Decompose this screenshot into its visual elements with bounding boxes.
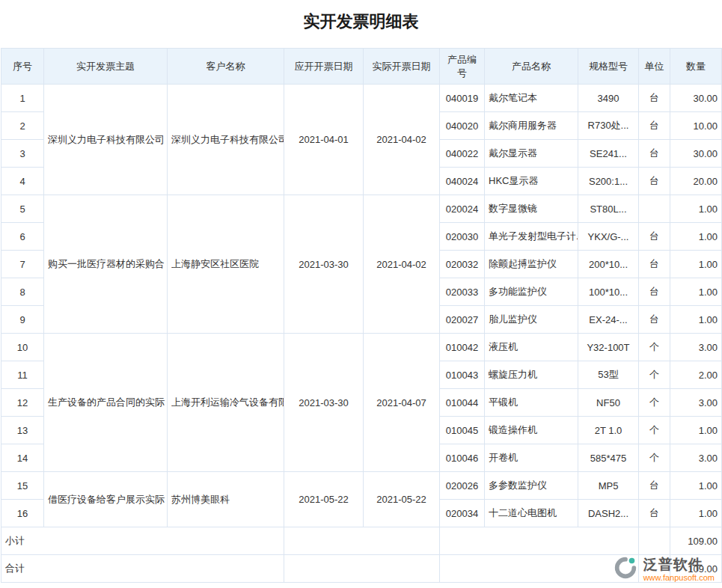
empty-cell (639, 527, 670, 555)
header-subject: 实开发票主题 (44, 49, 168, 85)
product-code-link[interactable]: 020034 (440, 500, 485, 527)
product-name-link[interactable]: 多功能监护仪 (485, 278, 578, 306)
actual-invoice-date: 2021-04-02 (364, 85, 440, 195)
product-code-link[interactable]: 040024 (440, 168, 485, 195)
product-name-link[interactable]: 戴尔笔记本 (485, 85, 578, 112)
invoice-subject-link[interactable]: 深圳义力电子科技有限公司 (44, 85, 168, 195)
actual-invoice-date: 2021-04-07 (364, 334, 440, 472)
subtotal-quantity: 109.00 (670, 527, 722, 555)
due-invoice-date: 2021-03-30 (284, 195, 364, 334)
product-name-link[interactable]: 十二道心电图机 (485, 500, 578, 527)
header-actual-date: 实际开票日期 (364, 49, 440, 85)
due-invoice-date: 2021-05-22 (284, 472, 364, 527)
product-code-link[interactable]: 040022 (440, 140, 485, 168)
customer-name-link[interactable]: 深圳义力电子科技有限公司 (168, 85, 284, 195)
unit-cell: 台 (639, 223, 670, 251)
unit-cell: 个 (639, 361, 670, 389)
row-index: 12 (1, 389, 44, 417)
product-name-link[interactable]: HKC显示器 (485, 168, 578, 195)
quantity-cell: 1.00 (670, 223, 722, 251)
product-name-link[interactable]: 数字显微镜 (485, 195, 578, 223)
row-index: 10 (1, 334, 44, 361)
quantity-cell: 3.00 (670, 444, 722, 472)
spec-model: 100*10... (578, 278, 639, 306)
quantity-cell: 1.00 (670, 306, 722, 334)
row-index: 2 (1, 112, 44, 140)
product-code-link[interactable]: 040019 (440, 85, 485, 112)
product-name-link[interactable]: 开卷机 (485, 444, 578, 472)
unit-cell: 个 (639, 417, 670, 444)
product-name-link[interactable]: 除颤起搏监护仪 (485, 251, 578, 278)
product-name-link[interactable]: 戴尔显示器 (485, 140, 578, 168)
unit-cell: 台 (639, 251, 670, 278)
quantity-cell: 1.00 (670, 472, 722, 500)
row-index: 5 (1, 195, 44, 223)
header-product-code: 产品编号 (440, 49, 485, 85)
customer-name-link[interactable]: 苏州博美眼科 (168, 472, 284, 527)
unit-cell: 个 (639, 444, 670, 472)
total-label: 合计 (1, 555, 284, 583)
invoice-subject-link[interactable]: 借医疗设备给客户展示实际 (44, 472, 168, 527)
product-code-link[interactable]: 020033 (440, 278, 485, 306)
table-row: 15借医疗设备给客户展示实际苏州博美眼科2021-05-222021-05-22… (1, 472, 722, 500)
product-code-link[interactable]: 020030 (440, 223, 485, 251)
product-name-link[interactable]: 多参数监护仪 (485, 472, 578, 500)
product-name-link[interactable]: 胎儿监护仪 (485, 306, 578, 334)
spec-model: SE241... (578, 140, 639, 168)
actual-invoice-date: 2021-05-22 (364, 472, 440, 527)
spec-model: ST80L... (578, 195, 639, 223)
empty-cell (284, 527, 440, 555)
quantity-cell: 20.00 (670, 168, 722, 195)
invoice-subject-link[interactable]: 生产设备的产品合同的实际 (44, 334, 168, 472)
product-name-link[interactable]: 单光子发射型电子计... (485, 223, 578, 251)
invoice-table-header: 序号 实开发票主题 客户名称 应开开票日期 实际开票日期 产品编号 产品名称 规… (1, 49, 722, 85)
row-index: 9 (1, 306, 44, 334)
product-code-link[interactable]: 010043 (440, 361, 485, 389)
product-code-link[interactable]: 020027 (440, 306, 485, 334)
page-title: 实开发票明细表 (0, 10, 722, 33)
product-code-link[interactable]: 020032 (440, 251, 485, 278)
empty-cell (440, 527, 639, 555)
header-product-name: 产品名称 (485, 49, 578, 85)
fanpu-watermark: 泛普软件 www.fanpusoft.com (613, 555, 715, 584)
product-name-link[interactable]: 戴尔商用服务器 (485, 112, 578, 140)
spec-model: YKX/G-... (578, 223, 639, 251)
watermark-brand: 泛普软件 (643, 557, 715, 573)
due-invoice-date: 2021-03-30 (284, 334, 364, 472)
empty-cell (440, 555, 639, 583)
product-code-link[interactable]: 010042 (440, 334, 485, 361)
invoice-table-body: 1深圳义力电子科技有限公司深圳义力电子科技有限公司2021-04-012021-… (1, 85, 722, 527)
product-code-link[interactable]: 020026 (440, 472, 485, 500)
invoice-table: 序号 实开发票主题 客户名称 应开开票日期 实际开票日期 产品编号 产品名称 规… (1, 48, 722, 583)
product-code-link[interactable]: 010046 (440, 444, 485, 472)
spec-model: 3490 (578, 85, 639, 112)
customer-name-link[interactable]: 上海开利运输冷气设备有限 (168, 334, 284, 472)
product-code-link[interactable]: 040020 (440, 112, 485, 140)
spec-model: MP5 (578, 472, 639, 500)
row-index: 7 (1, 251, 44, 278)
quantity-cell: 2.00 (670, 361, 722, 389)
product-name-link[interactable]: 液压机 (485, 334, 578, 361)
product-code-link[interactable]: 010045 (440, 417, 485, 444)
invoice-subject-link[interactable]: 购买一批医疗器材的采购合 (44, 195, 168, 334)
unit-cell: 台 (639, 278, 670, 306)
product-name-link[interactable]: 锻造操作机 (485, 417, 578, 444)
row-index: 13 (1, 417, 44, 444)
product-name-link[interactable]: 螺旋压力机 (485, 361, 578, 389)
unit-cell: 台 (639, 140, 670, 168)
spec-model: R730处... (578, 112, 639, 140)
product-code-link[interactable]: 020024 (440, 195, 485, 223)
unit-cell: 台 (639, 472, 670, 500)
quantity-cell: 30.00 (670, 140, 722, 168)
product-name-link[interactable]: 平锻机 (485, 389, 578, 417)
subtotal-row: 小计 109.00 (1, 527, 722, 555)
product-code-link[interactable]: 010044 (440, 389, 485, 417)
watermark-url: www.fanpusoft.com (643, 573, 715, 583)
row-index: 4 (1, 168, 44, 195)
row-index: 11 (1, 361, 44, 389)
header-due-date: 应开开票日期 (284, 49, 364, 85)
row-index: 14 (1, 444, 44, 472)
spec-model: 200*10... (578, 251, 639, 278)
customer-name-link[interactable]: 上海静安区社区医院 (168, 195, 284, 334)
quantity-cell: 10.00 (670, 112, 722, 140)
